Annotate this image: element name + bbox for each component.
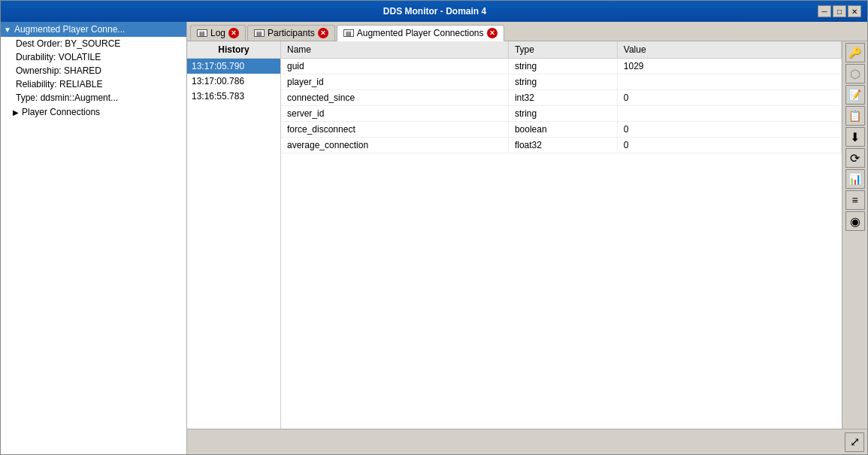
toolbar-key-button[interactable]: 🔑 (845, 43, 865, 62)
cell-type: int32 (508, 90, 617, 106)
table-row: server_idstring (281, 106, 842, 122)
sidebar-root-arrow: ▼ (4, 26, 11, 34)
toolbar-circle-button[interactable]: ◉ (845, 211, 865, 231)
col-name: Name (281, 41, 508, 59)
right-toolbar: 🔑 ⬡ 📝 📋 ⬇ ⟳ 📊 ≡ ◉ (842, 41, 867, 429)
history-item-0[interactable]: 13:17:05.790 (187, 59, 280, 74)
sidebar-child-label: Player Connections (22, 107, 100, 117)
history-item-2[interactable]: 13:16:55.783 (187, 89, 280, 104)
table-row: player_idstring (281, 74, 842, 90)
main-window: DDS Monitor - Domain 4 ─ □ ✕ ▼ Augmented… (0, 0, 868, 455)
main-panel: ▤ Log ✕ ▤ Participants ✕ ▤ Augmented Pla… (187, 22, 867, 454)
cell-value (617, 106, 841, 122)
cell-name: guid (281, 59, 508, 74)
cell-name: server_id (281, 106, 508, 122)
cell-type: boolean (508, 122, 617, 138)
toolbar-edit-button[interactable]: 📝 (845, 85, 865, 105)
cell-type: string (508, 74, 617, 90)
table-row: connected_sinceint320 (281, 90, 842, 106)
col-type: Type (508, 41, 617, 59)
expand-button[interactable]: ⤢ (845, 432, 864, 452)
toolbar-list-button[interactable]: ≡ (845, 190, 865, 210)
tab-augmented-label: Augmented Player Connections (357, 28, 484, 38)
cell-type: string (508, 106, 617, 122)
tab-participants-label: Participants (268, 28, 315, 38)
toolbar-copy-button[interactable]: 📋 (845, 106, 865, 126)
table-container: History 13:17:05.790 13:17:00.786 13:16:… (187, 41, 867, 429)
cell-name: average_connection (281, 138, 508, 153)
history-header: History (187, 41, 280, 59)
cell-value: 0 (617, 122, 841, 138)
tab-augmented-close[interactable]: ✕ (487, 28, 498, 38)
maximize-button[interactable]: □ (833, 5, 846, 17)
sidebar-child-arrow: ▶ (13, 108, 19, 117)
cell-name: force_disconnect (281, 122, 508, 138)
minimize-button[interactable]: ─ (818, 5, 831, 17)
toolbar-export-button[interactable]: ⬇ (845, 127, 865, 147)
cell-value (617, 74, 841, 90)
toolbar-refresh-button[interactable]: ⟳ (845, 148, 865, 168)
close-button[interactable]: ✕ (848, 5, 861, 17)
data-panel: Name Type Value guidstring1029player_ids… (281, 41, 842, 429)
cell-name: connected_since (281, 90, 508, 106)
table-row: force_disconnectboolean0 (281, 122, 842, 138)
cell-value: 0 (617, 90, 841, 106)
tab-participants[interactable]: ▤ Participants ✕ (247, 25, 335, 41)
history-item-1[interactable]: 13:17:00.786 (187, 74, 280, 89)
tab-log-label: Log (210, 28, 225, 38)
tab-log-close[interactable]: ✕ (228, 28, 239, 38)
participants-tab-icon: ▤ (254, 29, 265, 37)
data-table: Name Type Value guidstring1029player_ids… (281, 41, 842, 153)
log-tab-icon: ▤ (197, 29, 207, 37)
sidebar-root-item[interactable]: ▼ Augmented Player Conne... (1, 22, 186, 37)
cell-name: player_id (281, 74, 508, 90)
tab-log[interactable]: ▤ Log ✕ (190, 25, 246, 41)
cell-value: 1029 (617, 59, 841, 74)
content-area: ▼ Augmented Player Conne... Dest Order: … (1, 22, 867, 454)
history-panel: History 13:17:05.790 13:17:00.786 13:16:… (187, 41, 281, 429)
cell-value: 0 (617, 138, 841, 153)
sidebar-sub-durability: Durability: VOLATILE (1, 50, 186, 64)
toolbar-chart-button[interactable]: 📊 (845, 169, 865, 189)
augmented-tab-icon: ▤ (343, 29, 354, 37)
tabbar: ▤ Log ✕ ▤ Participants ✕ ▤ Augmented Pla… (187, 22, 867, 41)
window-title: DDS Monitor - Domain 4 (52, 6, 818, 17)
table-row: guidstring1029 (281, 59, 842, 74)
tab-participants-close[interactable]: ✕ (318, 28, 328, 38)
tab-augmented[interactable]: ▤ Augmented Player Connections ✕ (337, 25, 504, 41)
window-controls: ─ □ ✕ (818, 5, 861, 17)
cell-type: float32 (508, 138, 617, 153)
toolbar-filter-button[interactable]: ⬡ (845, 64, 865, 83)
bottom-bar: ⤢ (187, 429, 867, 454)
sidebar-sub-type: Type: ddsmin::Augment... (1, 91, 186, 105)
sidebar-child-player-connections[interactable]: ▶ Player Connections (1, 105, 186, 120)
sidebar-root-label: Augmented Player Conne... (14, 24, 125, 35)
cell-type: string (508, 59, 617, 74)
sidebar: ▼ Augmented Player Conne... Dest Order: … (1, 22, 187, 454)
table-row: average_connectionfloat320 (281, 138, 842, 153)
sidebar-sub-ownership: Ownership: SHARED (1, 64, 186, 77)
col-value: Value (617, 41, 841, 59)
titlebar: DDS Monitor - Domain 4 ─ □ ✕ (1, 1, 867, 22)
sidebar-sub-reliability: Reliability: RELIABLE (1, 77, 186, 91)
sidebar-sub-dest-order: Dest Order: BY_SOURCE (1, 37, 186, 50)
